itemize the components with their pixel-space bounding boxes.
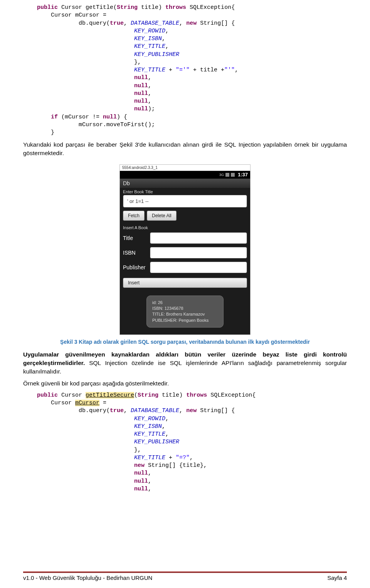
warn-var: mCursor — [75, 400, 99, 406]
paragraph-3: Örnek güvenli bir kod parçası aşağıda gö… — [23, 379, 347, 388]
status-bar: 3G 1:37 — [120, 171, 250, 179]
toast-line-title: TITLE: Brothers Karamazov — [152, 311, 218, 317]
emulator-window-title: 5554:android2.3.3_1 — [120, 165, 250, 171]
insert-a-book-label: Insert A Book — [120, 224, 250, 231]
kw-string: String — [117, 4, 138, 11]
delete-all-button[interactable]: Delete All — [147, 211, 177, 221]
toast-message: id: 26 ISBN: 12345678 TITLE: Brothers Ka… — [146, 296, 224, 328]
enter-book-title-label: Enter Book Title — [120, 188, 250, 195]
warn-method: getTitleSecure — [86, 392, 134, 399]
toast-line-isbn: ISBN: 12345678 — [152, 306, 218, 311]
isbn-label: ISBN — [123, 250, 147, 256]
page-footer: v1.0 - Web Güvenlik Topluluğu - Bedirhan… — [23, 571, 347, 581]
publisher-label: Publisher — [123, 264, 147, 270]
emulator-window: 5554:android2.3.3_1 3G 1:37 Db Enter Boo… — [119, 164, 251, 335]
kw-public: public — [37, 4, 58, 11]
footer-right: Sayfa 4 — [327, 574, 347, 581]
figure-caption: Şekil 3 Kitap adı olarak girilen SQL sor… — [23, 339, 347, 345]
status-3g-icon: 3G — [219, 173, 224, 177]
toast-line-publisher: PUBLISHER: Penguen Books — [152, 318, 218, 323]
kw-throws: throws — [165, 4, 186, 11]
fetch-button[interactable]: Fetch — [123, 211, 145, 221]
app-title: Db — [120, 179, 250, 188]
emulator-screen: 3G 1:37 Db Enter Book Title ' or 1=1 -- … — [120, 171, 250, 335]
footer-divider — [23, 571, 347, 573]
code-block-2: public Cursor getTitleSecure(String titl… — [23, 392, 347, 493]
footer-left: v1.0 - Web Güvenlik Topluluğu - Bedirhan… — [23, 574, 152, 581]
status-time: 1:37 — [238, 172, 248, 177]
battery-icon — [231, 173, 235, 177]
signal-icon — [225, 173, 229, 177]
isbn-input[interactable] — [150, 247, 247, 259]
title-input[interactable] — [150, 232, 247, 244]
insert-button[interactable]: Insert — [123, 278, 247, 288]
paragraph-1: Yukarıdaki kod parçası ile beraber Şekil… — [23, 140, 347, 157]
paragraph-2: Uygulamalar güvenilmeyen kaynaklardan al… — [23, 350, 347, 375]
code-block-1: public Cursor getTitle(String title) thr… — [23, 4, 347, 137]
publisher-input[interactable] — [150, 262, 247, 273]
title-label: Title — [123, 235, 147, 241]
book-title-input[interactable]: ' or 1=1 -- — [123, 195, 247, 208]
toast-line-id: id: 26 — [152, 300, 218, 306]
